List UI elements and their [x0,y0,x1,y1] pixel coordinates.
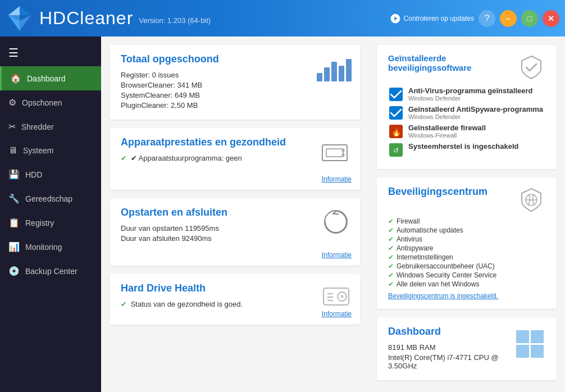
sidebar-item-systeem[interactable]: 🖥 Systeem [0,139,101,162]
beveiligingscentrum-card: Beveiligingscentrum ✔Firewall ✔Automatis… [377,177,557,309]
antispyware-title: Geïnstalleerd AntiSpyware-programma [408,105,543,113]
close-button[interactable]: ✕ [543,10,559,27]
totaal-card: Totaal opgeschoond Register: 0 issues Br… [110,45,360,120]
firewall-sub: Windows-Firewall [408,132,486,139]
clean-icon: ⚙ [8,97,16,108]
dashboard-info-title: Dashboard [388,326,514,338]
registry-icon: 📋 [8,217,20,228]
tools-icon: 🔧 [8,193,20,204]
app-title: HDCleaner [39,8,133,29]
sidebar: ☰ 🏠 Dashboard ⚙ Opschonen ✂ Shredder 🖥 S… [0,37,101,392]
update-button[interactable]: Controleren op updates [390,13,474,24]
bev-alle: ✔Alle delen van het Windows [388,280,545,288]
app-version: Version: 1.203 (64-bit) [139,16,211,25]
backup-icon: 💿 [8,266,20,276]
right-panel: Geïnstalleerde beveiligingssoftware [368,37,565,392]
main-layout: ☰ 🏠 Dashboard ⚙ Opschonen ✂ Shredder 🖥 S… [0,37,565,392]
content-area: Totaal opgeschoond Register: 0 issues Br… [101,37,565,392]
app-logo [6,4,34,33]
svg-rect-11 [323,288,349,305]
sidebar-item-registry[interactable]: 📋 Registry [0,211,101,235]
beveiligingscentrum-link[interactable]: Beveiligingscentrum is ingeschakeld. [388,292,498,300]
sidebar-item-hdd[interactable]: 💾 HDD [0,162,101,186]
windows-logo-icon [514,329,545,366]
svg-rect-27 [516,345,529,358]
opstarten-card: Opstarten en afsluiten Duur van opstarte… [110,198,360,266]
svg-point-9 [341,153,345,157]
system-icon: 🖥 [8,145,17,156]
hard-drive-icon [321,282,352,313]
hard-drive-info-link[interactable]: Informatie [322,310,352,318]
hard-drive-card: Hard Drive Health ✔ Status van de gezond… [110,274,360,325]
svg-rect-6 [326,149,343,157]
bev-internet: ✔Internetinstellingen [388,253,545,261]
svg-rect-28 [531,345,544,358]
bev-antispyware: ✔Antispyware [388,244,545,252]
bev-firewall: ✔Firewall [388,217,545,225]
antivirus-title: Anti-Virus-programma geïnstalleerd [408,86,533,95]
systeemherstel-item: ↺ Systeemherstel is ingeschakeld [388,142,545,158]
svg-marker-4 [20,6,31,15]
opstarten-duur: Duur van opstarten 119595ms [121,224,349,233]
antivirus-item: Anti-Virus-programma geïnstalleerd Windo… [388,86,545,102]
monitoring-icon: 📊 [8,241,20,252]
beveiligingscentrum-title: Beveiligingscentrum [388,186,487,198]
svg-point-8 [341,149,345,152]
totaal-title: Totaal opgeschoond [121,53,349,65]
globe-shield-icon [517,186,545,216]
sidebar-item-shredder[interactable]: ✂ Shredder [0,115,101,139]
sidebar-item-opschonen[interactable]: ⚙ Opschonen [0,90,101,115]
totaal-system: SystemCleaner: 649 MB [121,91,349,99]
opstarten-info-link[interactable]: Informatie [322,251,352,259]
svg-text:🔥: 🔥 [391,127,402,137]
svg-text:↺: ↺ [393,147,399,154]
shield-checkmark-icon [517,53,545,84]
systeemherstel-icon: ↺ [388,142,404,158]
left-panel: Totaal opgeschoond Register: 0 issues Br… [101,37,368,392]
bev-updates: ✔Automatische updates [388,226,545,234]
help-button[interactable]: ? [479,10,495,27]
antivirus-sub: Windows Defender [408,95,533,102]
titlebar: HDCleaner Version: 1.203 (64-bit) Contro… [0,0,565,37]
sidebar-item-gereedschap[interactable]: 🔧 Gereedschap [0,186,101,211]
hard-drive-status: ✔ Status van de gezondheid is goed. [121,300,349,308]
hamburger-menu[interactable]: ☰ [0,39,101,66]
firewall-title: Geïnstalleerde firewall [408,124,486,132]
totaal-register: Register: 0 issues [121,71,349,79]
antispyware-item: Geïnstalleerd AntiSpyware-programma Wind… [388,105,545,121]
geinstalleerde-card: Geïnstalleerde beveiligingssoftware [377,45,557,169]
apparaat-icon [318,136,352,170]
dashboard-info-card: Dashboard 8191 MB RAM Intel(R) Core(TM) … [377,317,557,380]
titlebar-controls: Controleren op updates ? – □ ✕ [390,10,559,27]
chart-icon [317,53,352,81]
sidebar-item-dashboard[interactable]: 🏠 Dashboard [0,66,101,90]
bev-wsc: ✔Windows Security Center Service [388,271,545,279]
shredder-icon: ✂ [8,121,16,132]
totaal-browser: BrowserCleaner: 341 MB [121,81,349,89]
svg-rect-25 [516,330,529,343]
geinstalleerde-title: Geïnstalleerde beveiligingssoftware [388,53,517,72]
apparaat-info-link[interactable]: Informatie [322,175,352,183]
bev-antivirus: ✔Antivirus [388,235,545,243]
systeemherstel-title: Systeemherstel is ingeschakeld [408,142,519,151]
firewall-item: 🔥 Geïnstalleerde firewall Windows-Firewa… [388,124,545,139]
minimize-button[interactable]: – [500,10,517,27]
bev-uac: ✔Gebruikersaccountbeheer (UAC) [388,262,545,270]
opstarten-icon [321,207,352,240]
apparaat-card: Apparaatprestaties en gezondheid ✔ ✔ App… [110,128,360,190]
svg-rect-26 [531,330,544,343]
totaal-plugin: PluginCleaner: 2,50 MB [121,101,349,110]
svg-point-13 [340,295,344,298]
sidebar-item-monitoring[interactable]: 📊 Monitoring [0,235,101,259]
sidebar-item-backup[interactable]: 💿 Backup Center [0,259,101,283]
antivirus-icon [388,86,404,102]
apparaat-driver: ✔ ✔ Apparaatstuurprogramma: geen [121,154,349,162]
firewall-icon: 🔥 [388,124,404,139]
antispyware-icon [388,105,404,121]
antispyware-sub: Windows Defender [408,113,543,120]
home-icon: 🏠 [10,73,21,84]
hdd-icon: 💾 [8,169,20,180]
maximize-button[interactable]: □ [521,10,538,27]
dashboard-cpu: Intel(R) Core(TM) i7-4771 CPU @ 3.50GHz [388,353,514,370]
afsluiten-duur: Duur van afsluiten 92490ms [121,234,349,243]
